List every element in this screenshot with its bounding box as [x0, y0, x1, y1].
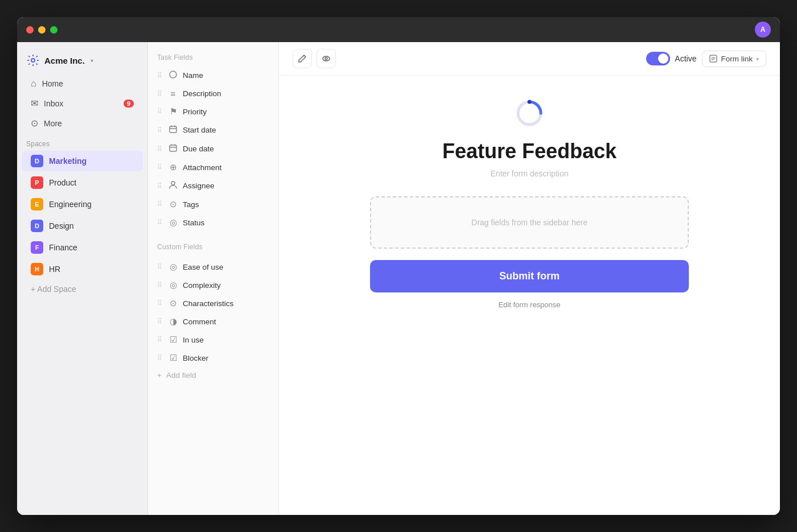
field-complexity[interactable]: ⠿ ◎ Complexity: [148, 276, 278, 294]
user-avatar[interactable]: A: [755, 22, 771, 38]
active-toggle[interactable]: [646, 52, 670, 65]
name-field-icon: [168, 70, 178, 81]
field-in-use[interactable]: ⠿ ☑ In use: [148, 331, 278, 349]
status-field-icon: ◎: [168, 217, 178, 228]
field-ease-of-use[interactable]: ⠿ ◎ Ease of use: [148, 258, 278, 276]
add-space-button[interactable]: + Add Space: [22, 281, 143, 298]
link-icon: [709, 55, 717, 63]
svg-point-5: [323, 56, 330, 61]
field-label-assignee: Assignee: [183, 182, 215, 190]
space-label-product: Product: [49, 178, 76, 187]
field-label-description: Description: [183, 89, 221, 98]
custom-fields-label: Custom Fields: [148, 241, 278, 255]
field-characteristics[interactable]: ⠿ ⊙ Characteristics: [148, 294, 278, 312]
field-start-date[interactable]: ⠿ Start date: [148, 121, 278, 139]
field-label-name: Name: [183, 71, 203, 80]
drag-handle-icon: ⠿: [157, 182, 162, 190]
maximize-button[interactable]: [50, 26, 57, 34]
preview-button[interactable]: [317, 49, 336, 68]
form-link-button[interactable]: Form link ▾: [702, 51, 766, 67]
field-assignee[interactable]: ⠿ Assignee: [148, 176, 278, 195]
workspace-name: Acme Inc.: [44, 56, 85, 65]
form-area: Feature Feedback Enter form description …: [279, 76, 780, 515]
form-link-label: Form link: [721, 55, 753, 63]
main-toolbar: Active Form link ▾: [279, 42, 780, 76]
nav-item-home[interactable]: ⌂ Home: [22, 75, 143, 93]
field-description[interactable]: ⠿ ≡ Description: [148, 85, 278, 102]
nav-label-inbox: Inbox: [44, 99, 63, 108]
inbox-badge: 9: [124, 100, 134, 108]
field-priority[interactable]: ⠿ ⚑ Priority: [148, 102, 278, 121]
space-item-marketing[interactable]: D Marketing: [22, 151, 143, 171]
space-item-hr[interactable]: H HR: [22, 259, 143, 279]
edit-response-link[interactable]: Edit form response: [498, 300, 560, 309]
add-field-button[interactable]: + Add field: [148, 367, 278, 383]
nav-item-inbox[interactable]: ✉ Inbox 9: [22, 94, 143, 113]
field-label-comment: Comment: [183, 317, 216, 326]
drag-handle-icon: ⠿: [157, 200, 162, 208]
app-window: A Acme Inc. ▾ ⌂ Home ✉ Inbox 9: [17, 17, 780, 515]
space-avatar-finance: F: [31, 241, 43, 254]
add-field-label: Add field: [166, 371, 196, 380]
form-link-chevron-icon: ▾: [756, 56, 759, 62]
space-avatar-marketing: D: [31, 155, 43, 167]
field-label-priority: Priority: [183, 108, 207, 116]
workspace-header[interactable]: Acme Inc. ▾: [17, 49, 147, 74]
drag-handle-icon: ⠿: [157, 108, 162, 116]
tags-field-icon: ⊙: [168, 199, 178, 209]
inbox-icon: ✉: [31, 98, 38, 109]
workspace-logo-icon: [26, 53, 40, 67]
space-item-design[interactable]: D Design: [22, 216, 143, 236]
drag-handle-icon: ⠿: [157, 126, 162, 134]
blocker-field-icon: ☑: [168, 353, 178, 363]
fields-sidebar: Task Fields ⠿ Name ⠿ ≡ Description ⠿ ⚑ P…: [148, 42, 279, 515]
active-toggle-group: Active: [646, 52, 696, 65]
field-label-in-use: In use: [183, 336, 204, 344]
titlebar: A: [17, 17, 780, 42]
field-label-characteristics: Characteristics: [183, 299, 233, 308]
drop-zone-text: Drag fields from the sidebar here: [471, 218, 588, 227]
app-body: Acme Inc. ▾ ⌂ Home ✉ Inbox 9 ⊙ More Spac…: [17, 42, 780, 515]
field-label-status: Status: [183, 218, 204, 227]
space-label-design: Design: [49, 221, 74, 230]
attachment-field-icon: ⊕: [168, 162, 178, 172]
chevron-down-icon: ▾: [91, 57, 93, 64]
field-label-attachment: Attachment: [183, 163, 221, 172]
drag-handle-icon: ⠿: [157, 317, 162, 325]
space-item-engineering[interactable]: E Engineering: [22, 194, 143, 215]
spaces-section-label: Spaces: [17, 133, 147, 150]
space-avatar-product: P: [31, 176, 43, 189]
space-item-finance[interactable]: F Finance: [22, 237, 143, 258]
eye-icon: [322, 54, 331, 63]
submit-button[interactable]: Submit form: [370, 260, 689, 292]
nav-item-more[interactable]: ⊙ More: [22, 114, 143, 133]
start-date-field-icon: [168, 125, 178, 135]
field-due-date[interactable]: ⠿ Due date: [148, 139, 278, 158]
close-button[interactable]: [26, 26, 34, 34]
space-avatar-design: D: [31, 220, 43, 232]
space-avatar-hr: H: [31, 263, 43, 275]
add-field-plus-icon: +: [157, 371, 162, 380]
pencil-icon: [298, 54, 307, 63]
svg-point-0: [31, 59, 35, 62]
svg-point-1: [170, 71, 176, 78]
field-blocker[interactable]: ⠿ ☑ Blocker: [148, 349, 278, 367]
field-tags[interactable]: ⠿ ⊙ Tags: [148, 195, 278, 213]
drag-handle-icon: ⠿: [157, 281, 162, 289]
drag-handle-icon: ⠿: [157, 145, 162, 153]
space-avatar-engineering: E: [31, 198, 43, 211]
drag-handle-icon: ⠿: [157, 163, 162, 171]
space-item-product[interactable]: P Product: [22, 172, 143, 193]
main-content: Active Form link ▾: [279, 42, 780, 515]
field-status[interactable]: ⠿ ◎ Status: [148, 213, 278, 232]
form-description-placeholder: Enter form description: [491, 169, 569, 178]
minimize-button[interactable]: [38, 26, 46, 34]
edit-button[interactable]: [293, 49, 312, 68]
field-comment[interactable]: ⠿ ◑ Comment: [148, 312, 278, 331]
field-attachment[interactable]: ⠿ ⊕ Attachment: [148, 158, 278, 176]
submit-button-label: Submit form: [499, 270, 560, 282]
field-name[interactable]: ⠿ Name: [148, 66, 278, 85]
drag-handle-icon: ⠿: [157, 218, 162, 226]
drop-zone[interactable]: Drag fields from the sidebar here: [370, 196, 689, 249]
svg-point-9: [528, 100, 532, 104]
